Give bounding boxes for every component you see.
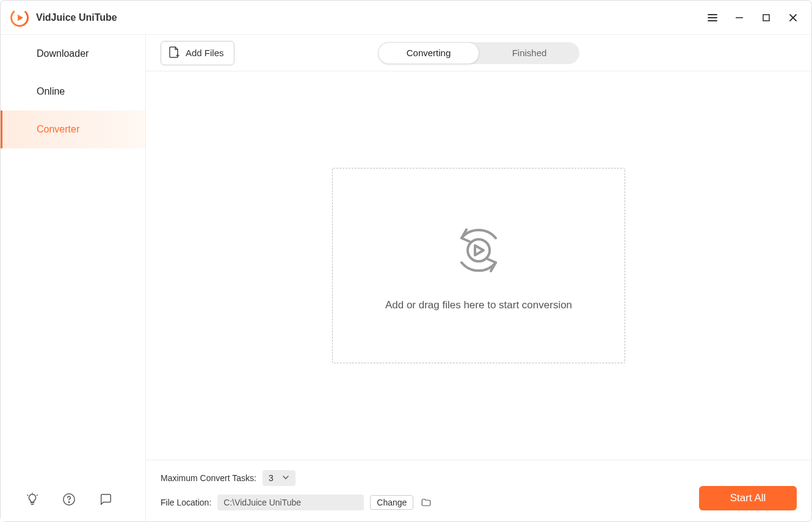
max-tasks-value: 3: [269, 473, 274, 483]
close-icon[interactable]: [782, 7, 804, 29]
svg-line-11: [37, 495, 37, 496]
sidebar-item-online[interactable]: Online: [1, 73, 145, 111]
app-body: Downloader Online Converter: [1, 35, 811, 521]
toolbar: Add Files Converting Finished: [146, 35, 811, 71]
minimize-icon[interactable]: [728, 7, 750, 29]
main-panel: Add Files Converting Finished: [146, 35, 811, 521]
sidebar-footer: [1, 484, 145, 521]
sidebar-item-downloader[interactable]: Downloader: [1, 35, 145, 73]
dropzone-text: Add or drag files here to start conversi…: [385, 299, 572, 311]
sidebar: Downloader Online Converter: [1, 35, 146, 521]
app-title: VidJuice UniTube: [36, 12, 701, 23]
add-files-label: Add Files: [186, 48, 224, 58]
feedback-icon[interactable]: [98, 492, 113, 507]
sidebar-item-converter[interactable]: Converter: [1, 111, 145, 148]
tab-converting[interactable]: Converting: [378, 42, 479, 64]
tab-finished[interactable]: Finished: [479, 42, 579, 64]
tab-segment: Converting Finished: [378, 42, 579, 64]
max-tasks-select[interactable]: 3: [263, 470, 295, 486]
file-location-label: File Location:: [161, 498, 211, 507]
bottombar: Maximum Convert Tasks: 3 File Location: …: [146, 460, 811, 521]
start-all-button[interactable]: Start All: [699, 486, 797, 510]
app-window: VidJuice UniTube Downloader Online: [0, 0, 812, 522]
titlebar: VidJuice UniTube: [1, 1, 811, 35]
help-icon[interactable]: [62, 492, 76, 507]
lightbulb-icon[interactable]: [25, 492, 40, 507]
content-area: Add or drag files here to start conversi…: [146, 71, 811, 460]
open-folder-icon[interactable]: [419, 496, 433, 509]
svg-point-16: [468, 239, 490, 261]
nav-list: Downloader Online Converter: [1, 35, 145, 484]
add-files-button[interactable]: Add Files: [161, 41, 234, 65]
max-tasks-label: Maximum Convert Tasks:: [161, 473, 256, 483]
svg-point-13: [68, 502, 69, 502]
change-button[interactable]: Change: [370, 495, 413, 510]
svg-marker-1: [18, 14, 23, 21]
file-location-input[interactable]: [217, 495, 364, 510]
menu-icon[interactable]: [701, 7, 723, 29]
chevron-down-icon: [282, 473, 289, 483]
app-logo-icon: [10, 9, 29, 27]
max-tasks-row: Maximum Convert Tasks: 3: [161, 470, 797, 486]
window-controls: [701, 7, 804, 29]
svg-line-10: [27, 495, 28, 496]
add-file-icon: [169, 46, 179, 60]
svg-marker-17: [475, 245, 484, 255]
dropzone[interactable]: Add or drag files here to start conversi…: [332, 168, 625, 363]
convert-cycle-icon: [448, 220, 509, 281]
maximize-icon[interactable]: [755, 7, 777, 29]
svg-rect-6: [763, 15, 769, 21]
